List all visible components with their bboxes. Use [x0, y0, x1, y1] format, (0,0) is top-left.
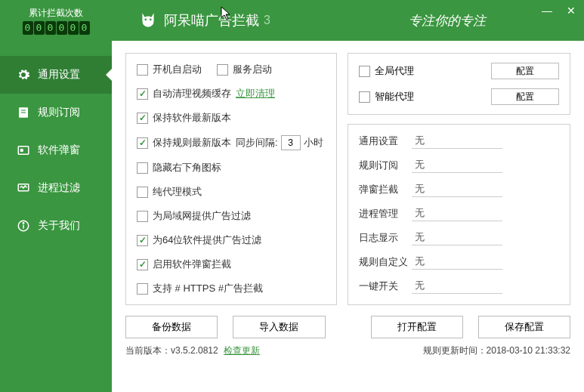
status-bar: 当前版本：v3.5.2.0812 检查更新 规则更新时间：2018-03-10 …: [125, 344, 570, 357]
hk-label: 规则订阅: [359, 159, 412, 172]
hk-value[interactable]: 无: [412, 206, 502, 221]
autoclear-label: 自动清理视频缓存: [153, 87, 231, 100]
slogan: 专注你的专注: [409, 12, 486, 29]
latestrule-label: 保持规则最新版本: [153, 136, 231, 150]
smartproxy-label: 智能代理: [375, 90, 414, 103]
proxy-box: 全局代理 配置 智能代理 配置: [348, 53, 570, 115]
service-checkbox[interactable]: [217, 64, 228, 76]
pureproxy-checkbox[interactable]: [137, 187, 148, 198]
globalproxy-label: 全局代理: [375, 64, 414, 78]
hk-value[interactable]: 无: [412, 279, 502, 294]
svg-point-10: [23, 223, 24, 224]
https-checkbox[interactable]: [137, 283, 148, 295]
svg-point-0: [144, 19, 147, 21]
sidebar-item-process[interactable]: 进程过滤: [0, 169, 112, 207]
hk-label: 规则自定义: [359, 255, 412, 269]
bit64-checkbox[interactable]: [137, 235, 148, 246]
rule-time: 2018-03-10 21:33:32: [487, 345, 570, 356]
sidebar-label: 通用设置: [38, 68, 80, 82]
latestsoft-checkbox[interactable]: [137, 113, 148, 124]
pureproxy-label: 纯代理模式: [153, 185, 202, 199]
check-update-link[interactable]: 检查更新: [224, 345, 260, 356]
svg-point-6: [20, 150, 23, 152]
service-label: 服务启动: [233, 63, 272, 76]
app-version: 3: [264, 14, 270, 27]
lanfilter-checkbox[interactable]: [137, 211, 148, 222]
block-counter-area: 累计拦截次数 0 0 0 0 0 0: [0, 7, 112, 35]
content: 开机自启动 服务启动 自动清理视频缓存 立即清理 保持软件最新版本: [112, 41, 584, 392]
hidetray-checkbox[interactable]: [137, 162, 148, 174]
book-icon: [17, 106, 30, 119]
rule-time-prefix: 规则更新时间：: [423, 345, 487, 356]
sidebar-label: 软件弹窗: [38, 144, 80, 157]
sidebar-label: 关于我们: [38, 219, 80, 233]
globalproxy-checkbox[interactable]: [359, 66, 370, 77]
hk-label: 一键开关: [359, 279, 412, 293]
window-icon: [17, 144, 30, 157]
window-controls: — ✕: [540, 5, 578, 17]
sidebar-item-rules[interactable]: 规则订阅: [0, 94, 112, 131]
sidebar-item-about[interactable]: 关于我们: [0, 207, 112, 245]
popup-checkbox[interactable]: [137, 259, 148, 270]
hk-value[interactable]: 无: [412, 255, 502, 270]
version-text: v3.5.2.0812: [171, 345, 218, 356]
hk-value[interactable]: 无: [412, 158, 502, 173]
globalproxy-config-button[interactable]: 配置: [491, 63, 559, 79]
info-icon: [17, 219, 30, 233]
latestrule-checkbox[interactable]: [137, 137, 148, 149]
app-title: 阿呆喵广告拦截: [164, 11, 259, 29]
titlebar: 累计拦截次数 0 0 0 0 0 0 阿呆喵广告拦截 3 专注你的专注 — ✕: [0, 0, 584, 41]
sync-suf: 小时: [304, 136, 323, 150]
block-label: 累计拦截次数: [29, 7, 83, 20]
monitor-icon: [17, 181, 30, 195]
lanfilter-label: 为局域网提供广告过滤: [153, 209, 251, 223]
sync-pre: 同步间隔:: [236, 136, 278, 150]
backup-button[interactable]: 备份数据: [125, 316, 218, 338]
sync-interval-input[interactable]: [281, 135, 301, 150]
startup-label: 开机自启动: [153, 63, 202, 76]
gear-icon: [17, 68, 30, 82]
sidebar: 通用设置 规则订阅 软件弹窗 进程过滤 关于我们: [0, 41, 112, 392]
version-prefix: 当前版本：: [125, 345, 171, 356]
close-button[interactable]: ✕: [564, 5, 578, 17]
svg-point-1: [150, 19, 152, 21]
smartproxy-config-button[interactable]: 配置: [491, 88, 559, 105]
sidebar-label: 进程过滤: [38, 181, 80, 195]
hk-label: 进程管理: [359, 207, 412, 221]
hidetray-label: 隐藏右下角图标: [153, 161, 221, 174]
cat-icon: [138, 11, 158, 30]
autoclear-checkbox[interactable]: [137, 88, 148, 100]
hk-label: 日志显示: [359, 231, 412, 245]
smartproxy-checkbox[interactable]: [359, 91, 370, 103]
block-counter: 0 0 0 0 0 0: [23, 21, 90, 35]
sidebar-label: 规则订阅: [38, 106, 80, 119]
startup-checkbox[interactable]: [137, 64, 148, 76]
sidebar-item-popup[interactable]: 软件弹窗: [0, 131, 112, 169]
clearnow-link[interactable]: 立即清理: [236, 87, 275, 100]
https-label: 支持 # HTTPS #广告拦截: [153, 282, 263, 295]
sidebar-item-general[interactable]: 通用设置: [0, 56, 112, 94]
general-settings-box: 开机自启动 服务启动 自动清理视频缓存 立即清理 保持软件最新版本: [125, 53, 337, 305]
save-config-button[interactable]: 保存配置: [478, 316, 570, 338]
hk-label: 通用设置: [359, 134, 412, 148]
minimize-button[interactable]: —: [540, 5, 554, 17]
latestsoft-label: 保持软件最新版本: [153, 111, 231, 125]
hk-value[interactable]: 无: [412, 230, 502, 245]
hk-value[interactable]: 无: [412, 134, 502, 149]
bit64-label: 为64位软件提供广告过滤: [153, 233, 261, 247]
action-buttons: 备份数据 导入数据 打开配置 保存配置: [125, 316, 570, 338]
hk-value[interactable]: 无: [412, 182, 502, 197]
open-config-button[interactable]: 打开配置: [371, 316, 463, 338]
import-button[interactable]: 导入数据: [233, 316, 325, 338]
hotkey-box: 通用设置无 规则订阅无 弹窗拦截无 进程管理无 日志显示无 规则自定义无 一键开…: [348, 124, 570, 305]
popup-label: 启用软件弹窗拦截: [153, 258, 231, 271]
title-area: 阿呆喵广告拦截 3: [138, 11, 270, 30]
hk-label: 弹窗拦截: [359, 183, 412, 196]
